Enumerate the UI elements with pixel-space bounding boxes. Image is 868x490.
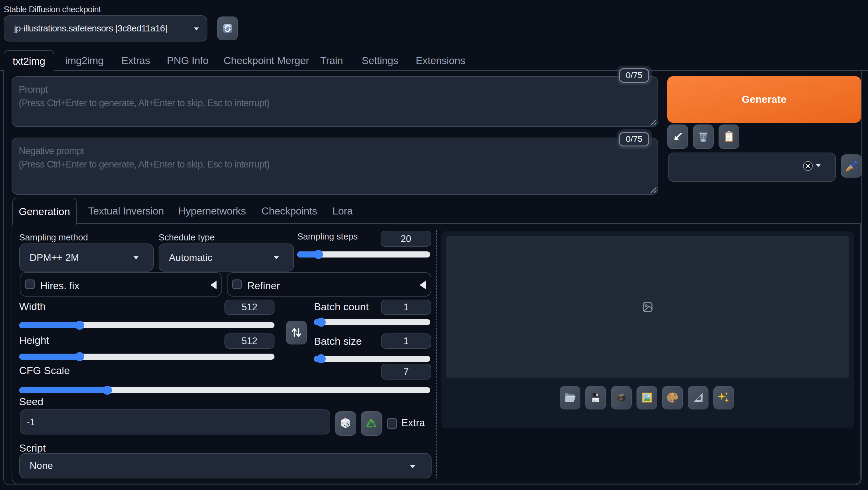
recycle-icon <box>365 418 377 430</box>
edit-styles-button[interactable] <box>841 154 862 178</box>
swap-dimensions-button[interactable] <box>286 321 307 344</box>
tab-extensions[interactable]: Extensions <box>416 50 465 71</box>
extra-seed-label: Extra <box>401 417 425 429</box>
schedule-type-dropdown[interactable]: Automatic <box>159 243 294 272</box>
script-dropdown[interactable]: None <box>19 453 432 479</box>
slider-track[interactable] <box>314 356 430 362</box>
tab-png-info[interactable]: PNG Info <box>167 50 209 71</box>
triangular-ruler-icon <box>692 391 705 404</box>
cfg-scale-input-box <box>381 364 431 379</box>
palette-icon <box>666 391 679 404</box>
checkpoint-value: jp-illustrations.safetensors [3c8ed11a16… <box>4 23 167 34</box>
refiner-section[interactable]: Refiner <box>227 272 431 297</box>
batch-count-input[interactable] <box>381 300 431 315</box>
seed-input-box <box>20 409 330 434</box>
width-label: Width <box>19 300 46 313</box>
schedule-type-label: Schedule type <box>159 232 215 243</box>
save-zip-button[interactable] <box>611 386 632 409</box>
chevron-down-icon <box>410 465 415 468</box>
slider-handle[interactable] <box>103 386 112 395</box>
sampling-method-label: Sampling method <box>19 232 88 243</box>
reuse-seed-button[interactable] <box>361 411 382 436</box>
clear-prompt-button[interactable] <box>693 124 714 149</box>
refresh-icon <box>223 24 232 33</box>
extra-seed-checkbox[interactable] <box>387 418 397 429</box>
prompt-input[interactable] <box>11 76 658 127</box>
tab-extras[interactable]: Extras <box>121 50 150 71</box>
script-label: Script <box>19 442 46 454</box>
slider-track[interactable] <box>314 319 430 325</box>
sampling-method-dropdown[interactable]: DPM++ 2M <box>19 243 154 272</box>
hires-fix-section[interactable]: Hires. fix <box>20 272 222 297</box>
tab-checkpoints[interactable]: Checkpoints <box>261 198 317 224</box>
tab-label: Train <box>320 55 343 66</box>
refiner-checkbox[interactable] <box>232 279 242 289</box>
tab-img2img[interactable]: img2img <box>65 50 104 71</box>
checkpoint-dropdown[interactable]: jp-illustrations.safetensors [3c8ed11a16… <box>4 15 207 41</box>
slider-handle[interactable] <box>317 354 326 363</box>
open-folder-button[interactable] <box>560 386 580 409</box>
batch-size-input[interactable] <box>381 334 431 349</box>
send-to-extras-button[interactable] <box>688 386 709 409</box>
tab-label: Extensions <box>416 55 465 66</box>
seed-label: Seed <box>19 395 43 408</box>
height-input-box <box>224 334 275 349</box>
tab-label: Settings <box>362 55 398 66</box>
open-folder-icon <box>564 391 577 404</box>
send-to-img2img-button[interactable] <box>637 386 657 409</box>
save-image-button[interactable] <box>585 386 606 409</box>
styles-dropdown[interactable] <box>668 153 836 182</box>
negative-token-counter: 0/75 <box>617 129 652 149</box>
tab-label: Checkpoints <box>261 205 317 217</box>
column-resize-handle[interactable] <box>436 230 437 479</box>
tab-label: Extras <box>121 55 150 66</box>
seed-input[interactable] <box>20 409 330 434</box>
tab-hypernetworks[interactable]: Hypernetworks <box>179 198 246 224</box>
generate-button[interactable]: Generate <box>667 76 861 123</box>
cfg-scale-input[interactable] <box>381 364 431 379</box>
chevron-down-icon <box>816 164 821 167</box>
save-icon <box>590 392 602 404</box>
schedule-type-value: Automatic <box>159 252 212 263</box>
tab-settings[interactable]: Settings <box>362 50 398 71</box>
arrow-down-left-icon <box>672 131 683 142</box>
image-placeholder-icon <box>642 302 653 312</box>
slider-handle[interactable] <box>75 352 84 361</box>
trash-icon <box>697 130 709 143</box>
dice-icon <box>339 418 352 430</box>
clipboard-icon <box>723 130 735 143</box>
main-tab-row: img2img Extras PNG Info Checkpoint Merge… <box>0 50 868 71</box>
chevron-down-icon <box>274 256 279 259</box>
tab-train[interactable]: Train <box>320 50 343 71</box>
slider-fill <box>19 354 80 360</box>
tab-label: PNG Info <box>167 55 209 66</box>
sampling-steps-input[interactable] <box>381 231 431 247</box>
tab-label: Hypernetworks <box>179 205 246 217</box>
save-zip-icon <box>615 392 627 404</box>
slider-handle[interactable] <box>75 321 84 330</box>
swap-dimensions-icon <box>291 327 302 338</box>
paste-generation-params-button[interactable] <box>667 124 688 149</box>
tab-checkpoint-merger[interactable]: Checkpoint Merger <box>223 50 309 71</box>
send-to-inpaint-button[interactable] <box>662 386 683 409</box>
result-image-area[interactable] <box>446 236 849 378</box>
tab-lora[interactable]: Lora <box>333 198 352 224</box>
batch-size-label: Batch size <box>314 335 362 347</box>
tab-textual-inversion[interactable]: Textual Inversion <box>88 198 164 224</box>
hires-fix-checkbox[interactable] <box>25 279 35 289</box>
sampling-steps-label: Sampling steps <box>297 231 358 242</box>
slider-fill <box>19 387 107 393</box>
slider-handle[interactable] <box>314 250 323 259</box>
width-input[interactable] <box>224 300 275 315</box>
apply-styles-button[interactable] <box>718 124 739 149</box>
random-seed-button[interactable] <box>335 411 356 436</box>
slider-handle[interactable] <box>317 317 326 327</box>
height-input[interactable] <box>224 334 275 349</box>
collapse-left-icon <box>211 281 217 289</box>
upscale-button[interactable] <box>713 386 734 409</box>
x-circle-icon[interactable] <box>803 161 813 171</box>
width-input-box <box>224 300 275 315</box>
negative-prompt-input[interactable] <box>11 137 658 195</box>
framed-picture-icon <box>641 392 653 404</box>
refresh-checkpoints-button[interactable] <box>217 17 238 40</box>
